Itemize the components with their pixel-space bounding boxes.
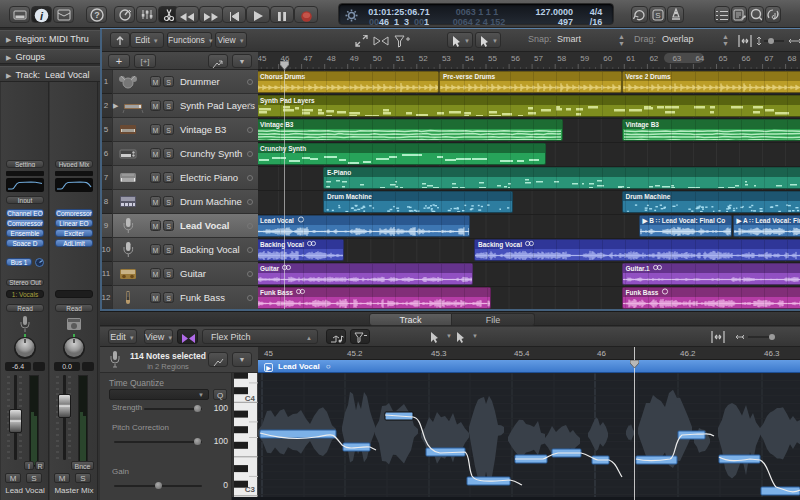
svg-text:S: S [655,11,660,20]
svg-text:?: ? [94,10,100,20]
